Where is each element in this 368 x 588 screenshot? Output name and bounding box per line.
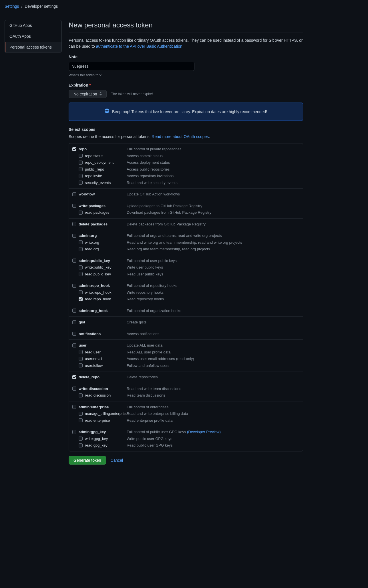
scope-name: read:discussion (85, 393, 111, 398)
scope-row-read-discussion: read:discussionRead team discussions (69, 392, 303, 399)
scope-name: delete_repo (79, 374, 100, 380)
scope-checkbox-read-user[interactable] (79, 350, 83, 354)
scope-checkbox-write-gpg-key[interactable] (79, 437, 83, 441)
scope-desc: Upload packages to GitHub Package Regist… (127, 203, 299, 209)
scope-desc: Access public repositories (127, 167, 299, 172)
cancel-button[interactable]: Cancel (111, 458, 123, 463)
scope-name: read:gpg_key (85, 443, 108, 448)
scope-name: admin:gpg_key (79, 429, 106, 435)
scope-checkbox-admin-public-key[interactable] (72, 259, 76, 263)
scope-row-admin-public-key: admin:public_keyFull control of user pub… (69, 257, 303, 264)
scope-row-security-events: security_eventsRead and write security e… (69, 179, 303, 186)
scope-checkbox-admin-enterprise[interactable] (72, 405, 76, 409)
intro-auth-link[interactable]: authenticate to the API over Basic Authe… (96, 44, 182, 49)
scope-desc: Read user public keys (127, 271, 299, 277)
scope-name: gist (79, 319, 85, 325)
scope-desc: Read and write org and team membership, … (127, 240, 299, 245)
scopes-learn-link[interactable]: Read more about OAuth scopes (152, 134, 209, 139)
scope-checkbox-write-packages[interactable] (72, 204, 76, 208)
scope-checkbox-read-org[interactable] (79, 247, 83, 251)
scope-checkbox-public-repo[interactable] (79, 167, 83, 171)
scope-row-delete-packages: delete:packagesDelete packages from GitH… (69, 221, 303, 228)
flash-text: Beep bop! Tokens that live forever are s… (112, 109, 267, 115)
main-content: New personal access token Personal acces… (69, 20, 303, 465)
scope-checkbox-read-public-key[interactable] (79, 272, 83, 276)
scope-checkbox-notifications[interactable] (72, 332, 76, 336)
sidebar-item-oauth-apps[interactable]: OAuth Apps (5, 31, 61, 42)
scope-checkbox-admin-org-hook[interactable] (72, 309, 76, 313)
scope-row-repo-status: repo:statusAccess commit status (69, 153, 303, 159)
generate-token-button[interactable]: Generate token (69, 456, 106, 465)
scope-checkbox-read-packages[interactable] (79, 211, 83, 215)
scope-checkbox-write-public-key[interactable] (79, 265, 83, 269)
scope-desc: Full control of enterprises (127, 404, 299, 410)
scope-checkbox-user[interactable] (72, 343, 76, 347)
scope-desc: Access commit status (127, 153, 299, 159)
scope-checkbox-admin-repo-hook[interactable] (72, 284, 76, 288)
breadcrumb-separator: / (21, 4, 22, 9)
scope-desc: Create gists (127, 319, 299, 325)
scope-row-user: userUpdate ALL user data (69, 342, 303, 349)
scope-desc: Full control of repository hooks (127, 283, 299, 289)
scope-checkbox-admin-gpg-key[interactable] (72, 430, 76, 434)
scope-name: write:gpg_key (85, 436, 108, 442)
scope-desc: Full control of private repositories (127, 146, 299, 152)
scope-name: delete:packages (79, 221, 108, 227)
scope-checkbox-repo[interactable] (72, 147, 76, 151)
scope-name: admin:repo_hook (79, 283, 110, 289)
scope-name: admin:org_hook (79, 308, 108, 314)
scope-checkbox-write-org[interactable] (79, 240, 83, 244)
scope-desc: Write user public keys (127, 265, 299, 270)
scope-checkbox-gist[interactable] (72, 320, 76, 324)
expiration-select[interactable]: No expiration (69, 90, 107, 98)
scope-checkbox-manage-billing-enterprise[interactable] (79, 412, 83, 416)
scope-checkbox-repo-status[interactable] (79, 154, 83, 158)
scope-checkbox-repo-invite[interactable] (79, 174, 83, 178)
chevron-updown-icon (100, 92, 102, 96)
scope-checkbox-write-repo-hook[interactable] (79, 290, 83, 294)
scope-checkbox-delete-packages[interactable] (72, 222, 76, 226)
scope-desc: Read enterprise profile data (127, 418, 299, 423)
scope-name: repo (79, 146, 87, 152)
scope-checkbox-user-follow[interactable] (79, 363, 83, 367)
sidebar-item-github-apps[interactable]: GitHub Apps (5, 20, 61, 31)
scope-name: workflow (79, 191, 95, 197)
scope-name: read:public_key (85, 271, 111, 277)
scope-row-admin-enterprise: admin:enterpriseFull control of enterpri… (69, 404, 303, 411)
scope-name: read:packages (85, 210, 109, 215)
scope-row-write-public-key: write:public_keyWrite user public keys (69, 264, 303, 271)
scope-checkbox-delete-repo[interactable] (72, 375, 76, 379)
sidebar-item-personal-access-tokens[interactable]: Personal access tokens (5, 42, 61, 53)
note-input[interactable] (69, 62, 194, 71)
breadcrumb-settings-link[interactable]: Settings (5, 4, 19, 9)
scope-row-notifications: notificationsAccess notifications (69, 331, 303, 337)
scope-desc: Delete packages from GitHub Package Regi… (127, 221, 299, 227)
scope-checkbox-repo-deployment[interactable] (79, 161, 83, 165)
scope-name: write:public_key (85, 265, 112, 270)
scope-name: manage_billing:enterprise (85, 411, 128, 417)
breadcrumb: Settings / Developer settings (0, 0, 368, 13)
scope-checkbox-write-discussion[interactable] (72, 387, 76, 391)
scope-checkbox-read-repo-hook[interactable] (79, 297, 83, 301)
scope-name: security_events (85, 180, 111, 186)
scope-checkbox-security-events[interactable] (79, 181, 83, 185)
scope-name: user:follow (85, 363, 103, 369)
scope-checkbox-workflow[interactable] (72, 192, 76, 196)
scope-desc: Full control of organization hooks (127, 308, 299, 314)
scope-name: write:repo_hook (85, 290, 112, 295)
scopes-subtitle: Scopes define the access for personal to… (69, 134, 303, 140)
scope-checkbox-user-email[interactable] (79, 357, 83, 361)
scope-row-admin-gpg-key: admin:gpg_keyFull control of public user… (69, 429, 303, 435)
scope-name: user (79, 343, 86, 348)
scope-checkbox-read-enterprise[interactable] (79, 418, 83, 422)
scope-checkbox-admin-org[interactable] (72, 234, 76, 238)
scope-desc: Access deployment status (127, 160, 299, 165)
scope-desc: Read and write enterprise billing data (127, 411, 299, 417)
scopes-title: Select scopes (69, 127, 303, 133)
scope-checkbox-read-gpg-key[interactable] (79, 443, 83, 447)
scope-checkbox-read-discussion[interactable] (79, 393, 83, 397)
scope-desc-link[interactable]: (Developer Preview) (187, 430, 221, 434)
scope-desc: Read ALL user profile data (127, 349, 299, 355)
scope-row-public-repo: public_repoAccess public repositories (69, 166, 303, 173)
scope-row-workflow: workflowUpdate GitHub Action workflows (69, 191, 303, 198)
